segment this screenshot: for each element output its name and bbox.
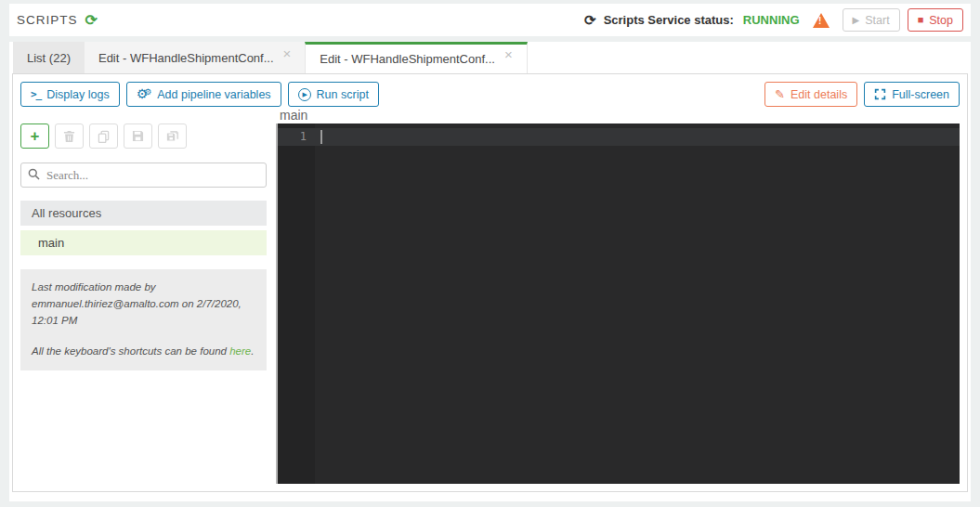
page: SCRIPTS ⟳ ⟳ Scripts Service status: RUNN… xyxy=(0,0,980,501)
shortcuts-link[interactable]: here xyxy=(229,345,251,357)
save-icon xyxy=(132,130,144,142)
panel-toolbar: >_ Display logs ⚙⚙ Add pipeline variable… xyxy=(20,82,960,107)
header-right: ⟳ Scripts Service status: RUNNING ▶ Star… xyxy=(584,8,963,32)
fullscreen-label: Full-screen xyxy=(892,88,949,101)
run-script-button[interactable]: ▶ Run script xyxy=(288,82,379,107)
shortcuts-text: All the keyboard's shortcuts can be foun… xyxy=(32,344,255,360)
terminal-icon: >_ xyxy=(31,88,41,100)
start-button-label: Start xyxy=(865,14,889,27)
service-status-value: RUNNING xyxy=(743,13,800,27)
header-bar: SCRIPTS ⟳ ⟳ Scripts Service status: RUNN… xyxy=(9,4,971,36)
trash-icon xyxy=(63,130,75,143)
add-pipeline-variables-label: Add pipeline variables xyxy=(157,88,270,101)
resource-group-label: All resources xyxy=(32,206,101,220)
close-icon[interactable]: × xyxy=(504,47,513,61)
add-resource-button[interactable]: + xyxy=(20,124,49,149)
editor-cursor xyxy=(320,130,322,144)
tab-edit-1-label: Edit - WFHandleShipmentConf... xyxy=(98,51,274,65)
editor-line-number: 1 xyxy=(278,128,315,146)
resource-item-main[interactable]: main xyxy=(20,230,267,255)
save-all-icon xyxy=(166,130,179,143)
shortcuts-text-prefix: All the keyboard's shortcuts can be foun… xyxy=(32,345,229,357)
tab-list[interactable]: List (22) xyxy=(13,42,85,73)
stop-icon: ■ xyxy=(918,15,924,25)
info-box: Last modification made by emmanuel.thiri… xyxy=(20,269,267,370)
content-card: List (22) Edit - WFHandleShipmentConf...… xyxy=(9,42,971,501)
page-title: SCRIPTS xyxy=(17,13,78,27)
shortcuts-text-suffix: . xyxy=(251,345,254,357)
tab-edit-2-active[interactable]: Edit - WFHandleShipmentConf... × xyxy=(305,42,527,73)
plus-icon: + xyxy=(31,127,40,146)
service-status-label: Scripts Service status: xyxy=(604,13,734,27)
warning-icon xyxy=(813,13,830,28)
last-modification-text: Last modification made by emmanuel.thiri… xyxy=(32,280,255,329)
toolbar-right: ✎ Edit details Full-screen xyxy=(764,82,960,107)
search-wrap xyxy=(20,162,267,188)
gears-icon: ⚙⚙ xyxy=(137,87,152,101)
resources-sidebar: + xyxy=(20,124,267,484)
tab-edit-1[interactable]: Edit - WFHandleShipmentConf... × xyxy=(85,42,305,73)
panel-body: + xyxy=(20,109,960,484)
editor-column: main 1 xyxy=(276,109,960,484)
add-pipeline-variables-button[interactable]: ⚙⚙ Add pipeline variables xyxy=(126,82,281,107)
run-script-label: Run script xyxy=(317,88,369,101)
toolbar-left: >_ Display logs ⚙⚙ Add pipeline variable… xyxy=(20,82,379,107)
play-icon: ▶ xyxy=(853,16,860,25)
editor-gutter xyxy=(278,124,315,484)
fullscreen-icon xyxy=(874,88,886,100)
stop-button[interactable]: ■ Stop xyxy=(908,8,963,32)
fullscreen-button[interactable]: Full-screen xyxy=(864,82,960,107)
save-all-resources-button[interactable] xyxy=(158,124,187,149)
search-icon xyxy=(28,168,40,180)
resource-group-all[interactable]: All resources xyxy=(20,201,267,226)
tab-bar: List (22) Edit - WFHandleShipmentConf...… xyxy=(12,42,968,73)
delete-resource-button[interactable] xyxy=(55,124,84,149)
close-icon[interactable]: × xyxy=(283,46,292,60)
resource-item-label: main xyxy=(38,236,64,250)
resource-actions: + xyxy=(20,124,267,149)
copy-resource-button[interactable] xyxy=(89,124,118,149)
editor-resource-title: main xyxy=(280,109,960,123)
stop-button-label: Stop xyxy=(929,14,953,27)
tab-list-label: List (22) xyxy=(27,51,71,65)
start-button[interactable]: ▶ Start xyxy=(843,8,900,32)
status-refresh-icon[interactable]: ⟳ xyxy=(584,13,596,27)
copy-icon xyxy=(98,130,110,143)
editor-active-line xyxy=(278,128,960,146)
tab-edit-2-label: Edit - WFHandleShipmentConf... xyxy=(320,52,495,66)
edit-details-button[interactable]: ✎ Edit details xyxy=(764,82,857,107)
tab-content-panel: >_ Display logs ⚙⚙ Add pipeline variable… xyxy=(12,73,968,492)
refresh-icon[interactable]: ⟳ xyxy=(85,13,98,28)
play-circle-icon: ▶ xyxy=(298,88,311,101)
pencil-icon: ✎ xyxy=(775,87,785,101)
edit-details-label: Edit details xyxy=(791,88,847,101)
header-left: SCRIPTS ⟳ xyxy=(17,13,98,28)
display-logs-label: Display logs xyxy=(46,88,109,101)
display-logs-button[interactable]: >_ Display logs xyxy=(20,82,120,107)
code-editor[interactable]: 1 xyxy=(276,124,960,484)
search-input[interactable] xyxy=(20,162,267,188)
save-resource-button[interactable] xyxy=(124,124,152,149)
